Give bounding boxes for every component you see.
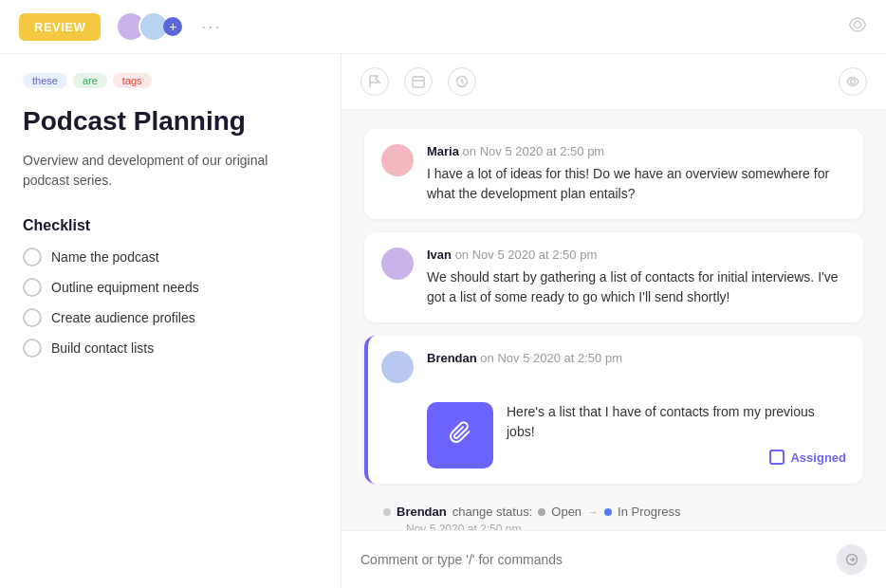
tag-tags[interactable]: tags: [113, 73, 152, 88]
checklist-label-4: Build contact lists: [51, 340, 154, 356]
right-panel: Maria on Nov 5 2020 at 2:50 pm I have a …: [341, 54, 886, 588]
comment-maria-text: I have a lot of ideas for this! Do we ha…: [427, 164, 846, 204]
comment-brendan-body: Brendan on Nov 5 2020 at 2:50 pm: [427, 351, 622, 371]
comment-maria: Maria on Nov 5 2020 at 2:50 pm I have a …: [364, 129, 863, 219]
status-author: Brendan: [397, 505, 447, 519]
comment-input-area: [341, 530, 886, 588]
attachment-button[interactable]: [427, 402, 493, 469]
comment-ivan-timestamp: on Nov 5 2020 at 2:50 pm: [455, 248, 598, 262]
comment-brendan: Brendan on Nov 5 2020 at 2:50 pm: [364, 336, 863, 484]
avatars-group: +: [116, 11, 182, 42]
paperclip-icon: [449, 421, 471, 450]
tag-these[interactable]: these: [23, 73, 67, 88]
review-button[interactable]: REVIEW: [19, 13, 101, 41]
page-title: Podcast Planning: [23, 105, 318, 138]
comment-ivan: Ivan on Nov 5 2020 at 2:50 pm We should …: [364, 232, 863, 322]
svg-point-3: [851, 80, 856, 84]
checklist-label-3: Create audience profiles: [51, 310, 195, 325]
checkbox-1[interactable]: [23, 248, 42, 266]
status-timestamp: Nov 5 2020 at 2:50 pm: [406, 523, 863, 530]
comments-area: Maria on Nov 5 2020 at 2:50 pm I have a …: [341, 110, 886, 530]
comment-maria-body: Maria on Nov 5 2020 at 2:50 pm I have a …: [427, 144, 846, 204]
comment-maria-author: Maria: [427, 144, 459, 158]
assigned-label: Assigned: [790, 450, 846, 465]
svg-point-0: [855, 21, 861, 28]
brendan-card-inner: Brendan on Nov 5 2020 at 2:50 pm: [381, 351, 622, 383]
status-open-dot: [538, 508, 545, 516]
status-to: In Progress: [618, 505, 680, 519]
comment-ivan-body: Ivan on Nov 5 2020 at 2:50 pm We should …: [427, 248, 846, 307]
comment-maria-timestamp: on Nov 5 2020 at 2:50 pm: [463, 144, 605, 158]
eye-icon[interactable]: [848, 15, 867, 39]
tags-row: these are tags: [23, 73, 318, 88]
header-right-icons: [848, 15, 867, 39]
status-change: Brendan change status: Open → In Progres…: [364, 497, 863, 530]
add-member-button[interactable]: +: [163, 17, 182, 36]
status-inprogress-dot: [604, 508, 612, 516]
comment-ivan-text: We should start by gathering a list of c…: [427, 267, 846, 307]
comment-ivan-header: Ivan on Nov 5 2020 at 2:50 pm: [427, 248, 846, 262]
clock-icon[interactable]: [448, 67, 476, 96]
checklist-label-2: Outline equipment needs: [51, 280, 199, 295]
avatar-maria: [381, 144, 414, 176]
more-options-button[interactable]: ···: [201, 17, 221, 37]
checklist-item-2: Outline equipment needs: [23, 278, 318, 297]
checkbox-3[interactable]: [23, 308, 42, 327]
status-bullet: [383, 508, 391, 516]
svg-rect-1: [413, 77, 424, 87]
send-button[interactable]: [837, 544, 867, 575]
comment-maria-header: Maria on Nov 5 2020 at 2:50 pm: [427, 144, 846, 158]
comment-brendan-timestamp: on Nov 5 2020 at 2:50 pm: [480, 351, 622, 365]
assigned-row: Assigned: [507, 450, 846, 465]
avatar-ivan: [381, 248, 414, 280]
checklist-item-1: Name the podcast: [23, 248, 318, 266]
comment-brendan-header: Brendan on Nov 5 2020 at 2:50 pm: [427, 351, 622, 365]
view-icon[interactable]: [839, 67, 867, 96]
right-toolbar: [341, 54, 886, 110]
checklist-item-3: Create audience profiles: [23, 308, 318, 327]
checkbox-4[interactable]: [23, 339, 42, 358]
page-description: Overview and development of our original…: [23, 151, 318, 191]
checklist-label-1: Name the podcast: [51, 249, 159, 265]
assigned-checkbox[interactable]: [769, 450, 784, 465]
status-arrow: →: [587, 505, 599, 519]
calendar-icon[interactable]: [404, 67, 433, 96]
status-from: Open: [551, 505, 581, 519]
comment-ivan-author: Ivan: [427, 248, 452, 262]
app-header: REVIEW + ···: [0, 0, 886, 54]
left-panel: these are tags Podcast Planning Overview…: [0, 54, 341, 588]
checklist-title: Checklist: [23, 217, 318, 234]
comment-input[interactable]: [360, 552, 827, 567]
flag-icon[interactable]: [360, 67, 389, 96]
main-content: these are tags Podcast Planning Overview…: [0, 54, 886, 588]
tag-are[interactable]: are: [73, 73, 107, 88]
checklist-item-4: Build contact lists: [23, 339, 318, 358]
status-action: change status:: [452, 505, 533, 519]
avatar-brendan: [381, 351, 414, 383]
status-row: Brendan change status: Open → In Progres…: [383, 505, 863, 519]
comment-brendan-text: Here's a list that I have of contacts fr…: [507, 402, 846, 442]
comment-brendan-author: Brendan: [427, 351, 477, 365]
checkbox-2[interactable]: [23, 278, 42, 297]
